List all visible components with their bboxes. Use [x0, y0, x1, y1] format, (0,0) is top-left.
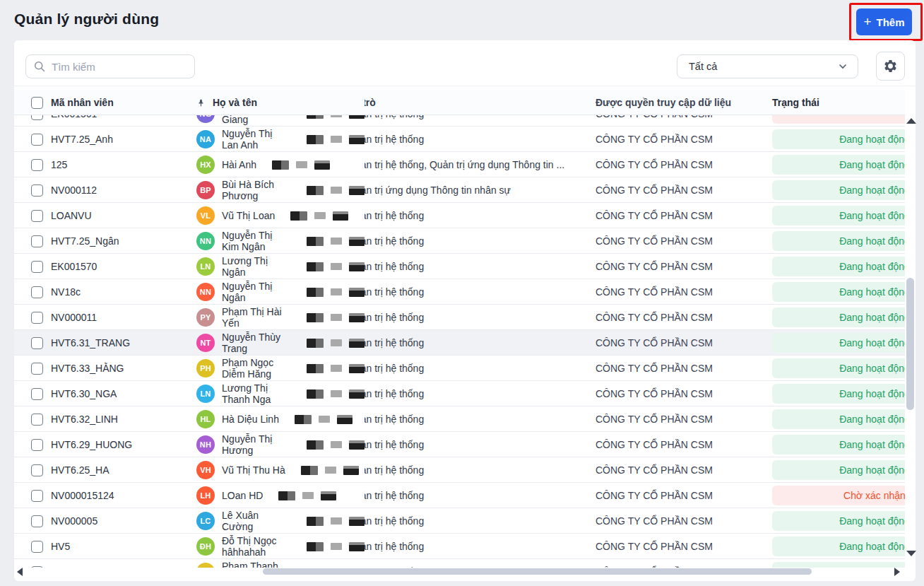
- table-row[interactable]: EK001570 LN Lương Thị Ngân Quản trị hệ t…: [14, 254, 905, 279]
- row-checkbox[interactable]: [31, 235, 43, 247]
- row-checkbox[interactable]: [31, 464, 43, 476]
- row-checkbox[interactable]: [31, 159, 43, 171]
- role-text: Quản trị hệ thống: [365, 464, 424, 476]
- employee-id: HVT7.25_Ngân: [51, 235, 119, 247]
- employee-id: HVT6.31_TRANG: [51, 337, 130, 348]
- vscroll-thumb[interactable]: [906, 278, 914, 410]
- table-row[interactable]: HVT7.25_Ngân NN Nguyễn Thị Kim Ngân Quản…: [14, 228, 905, 254]
- avatar: PT: [196, 563, 215, 568]
- table-row[interactable]: HVT6.25_HA VH Vũ Thị Thu Hà Quản trị hệ …: [14, 457, 905, 483]
- table-row[interactable]: NV000112 BP Bùi Hà Bích Phương Quản trị …: [14, 177, 905, 203]
- row-checkbox[interactable]: [31, 312, 43, 324]
- data-access-text: CÔNG TY CỔ PHẦN CSM: [596, 388, 713, 399]
- row-checkbox[interactable]: [31, 184, 43, 197]
- status-badge: Đang hoạt động: [772, 460, 905, 480]
- table-row[interactable]: HV5 ĐH Đỗ Thị Ngọc hâhhahah Quản trị hệ …: [14, 534, 905, 559]
- row-checkbox[interactable]: [31, 115, 43, 120]
- row-checkbox[interactable]: [31, 261, 43, 273]
- role-text: Quản trị hệ thống: [365, 566, 424, 568]
- row-checkbox[interactable]: [31, 388, 43, 400]
- avatar: ĐH: [196, 537, 215, 556]
- table-header-row: Mã nhân viên Họ và tên Vai trò Được quyề…: [14, 90, 905, 115]
- employee-name: Nguyễn Thị Lan Anh: [222, 128, 291, 151]
- row-checkbox[interactable]: [31, 210, 43, 222]
- search-box[interactable]: [25, 54, 195, 78]
- table-row[interactable]: HVT6.31_TRANG NT Nguyễn Thùy Trang Quản …: [14, 330, 905, 356]
- role-text: Quản trị hệ thống: [365, 388, 424, 399]
- header-status: Trạng thái: [772, 90, 905, 115]
- employee-name: Vũ Thị Loan: [222, 210, 275, 221]
- employee-name: Đỗ Thị Ngọc hâhhahah: [222, 535, 291, 558]
- hscroll-left-arrow[interactable]: [17, 568, 23, 576]
- table-row[interactable]: EK001561 NG Nguyễn Hương Giang Quản trị …: [14, 115, 905, 127]
- table-row[interactable]: 125 HX Hài Anh Quản trị hệ thống, Quản t…: [14, 152, 905, 177]
- vscroll-down-arrow[interactable]: [906, 551, 916, 556]
- filter-dropdown[interactable]: Tất cả: [677, 54, 858, 78]
- status-badge: Đang hoạt động: [772, 435, 905, 455]
- table-row[interactable]: NV18c NN Nguyễn Thị Ngân Quản trị hệ thố…: [14, 279, 905, 305]
- table-row[interactable]: NV000015124 LH LOan HD Quản trị hệ thống…: [14, 483, 905, 508]
- data-access-text: CÔNG TY CỔ PHẦN CSM: [596, 566, 713, 568]
- redacted-text: [307, 262, 365, 271]
- row-checkbox[interactable]: [31, 439, 43, 451]
- data-access-text: CÔNG TY CỔ PHẦN CSM: [596, 235, 713, 247]
- table-row[interactable]: NV000011 PY Phạm Thị Hài Yến Quản trị hệ…: [14, 305, 905, 330]
- status-badge: Đang hoạt động: [772, 180, 905, 200]
- header-employee-id: Mã nhân viên: [51, 90, 192, 115]
- employee-id: 125: [51, 159, 67, 170]
- redacted-text: [307, 568, 365, 568]
- row-checkbox[interactable]: [31, 541, 43, 553]
- vscroll-up-arrow[interactable]: [906, 118, 916, 124]
- table-row[interactable]: HVT7.25_Anh NA Nguyễn Thị Lan Anh Quản t…: [14, 127, 905, 152]
- gear-icon: [883, 59, 898, 74]
- row-checkbox[interactable]: [31, 566, 43, 568]
- avatar: NN: [196, 283, 215, 301]
- table-row[interactable]: HVT6.32_LINH HL Hà Diệu Linh Quản trị hệ…: [14, 406, 905, 432]
- add-button[interactable]: + Thêm: [856, 8, 912, 35]
- data-access-text: CÔNG TY CỔ PHẦN CSM: [596, 261, 713, 272]
- row-checkbox[interactable]: [31, 515, 43, 527]
- employee-name: Lê Xuân Cường: [222, 510, 291, 532]
- row-checkbox[interactable]: [31, 490, 43, 502]
- plus-icon: +: [863, 15, 871, 28]
- hscroll-right-arrow[interactable]: [894, 568, 900, 576]
- page-title: Quản lý người dùng: [14, 11, 159, 28]
- user-management-page: Quản lý người dùng + Thêm Tất cả: [0, 0, 924, 586]
- redacted-text: [307, 237, 365, 246]
- redacted-text: [307, 115, 365, 119]
- table-row[interactable]: HVT6.29_HUONG NH Nguyễn Thị Hương Quản t…: [14, 432, 905, 457]
- row-checkbox[interactable]: [31, 363, 43, 375]
- table-row[interactable]: NV000005 LC Lê Xuân Cường Quản trị hệ th…: [14, 508, 905, 534]
- status-badge: Đang hoạt động: [772, 358, 905, 378]
- table-row[interactable]: HVT6.33_HẰNG PH Phạm Ngọc Diễm Hăng Quản…: [14, 356, 905, 381]
- data-access-text: CÔNG TY CỔ PHẦN CSM: [596, 439, 713, 450]
- search-input[interactable]: [52, 61, 192, 73]
- redacted-text: [307, 517, 365, 526]
- data-access-text: CÔNG TY CỔ PHẦN CSM: [596, 541, 713, 552]
- select-all-checkbox[interactable]: [31, 97, 43, 109]
- table-row[interactable]: NV000010 PT Phạm Thanh Tâm Quản trị hệ t…: [14, 559, 905, 568]
- pin-icon[interactable]: [196, 98, 206, 107]
- role-text: Quản trị ứng dụng Thông tin nhân sự: [365, 184, 511, 196]
- redacted-text: [307, 313, 365, 322]
- table-row[interactable]: LOANVU VL Vũ Thị Loan Quản trị hệ thống …: [14, 203, 905, 228]
- employee-name: Phạm Ngọc Diễm Hăng: [222, 357, 291, 380]
- employee-id: HV5: [51, 541, 70, 552]
- hscroll-thumb[interactable]: [263, 568, 812, 575]
- search-icon: [33, 60, 46, 73]
- settings-button[interactable]: [876, 52, 905, 81]
- status-badge: Đang hoạt động: [772, 231, 905, 251]
- row-checkbox[interactable]: [31, 414, 43, 426]
- avatar: HL: [196, 410, 215, 428]
- row-checkbox[interactable]: [31, 337, 43, 349]
- data-access-text: CÔNG TY CỔ PHẦN CSM: [596, 464, 713, 476]
- row-checkbox[interactable]: [31, 286, 43, 298]
- row-checkbox[interactable]: [31, 134, 43, 146]
- avatar: HX: [196, 156, 215, 174]
- partial-row-top[interactable]: EK001561 NG Nguyễn Hương Giang Quản trị …: [14, 115, 905, 127]
- table-row[interactable]: HVT6.30_NGA LN Lương Thị Thanh Nga Quản …: [14, 381, 905, 406]
- redacted-text: [307, 288, 365, 297]
- role-text: Quản trị hệ thống: [365, 312, 424, 323]
- header-full-name: Họ và tên: [213, 97, 257, 108]
- add-button-label: Thêm: [877, 16, 905, 28]
